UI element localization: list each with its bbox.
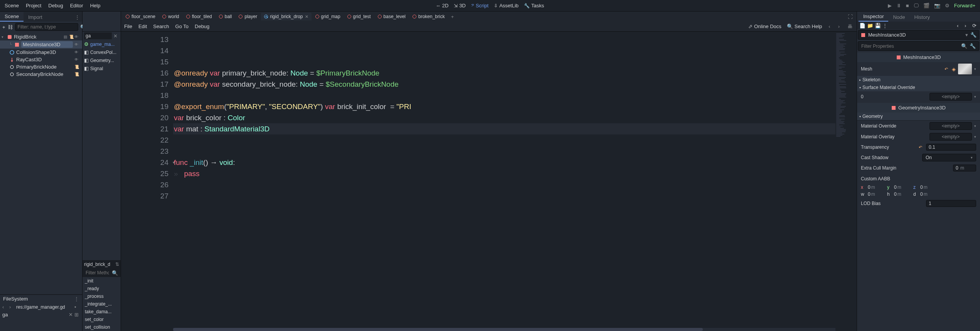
class-sort-icon[interactable]: ⇅ (115, 262, 119, 267)
code-line[interactable] (173, 146, 835, 157)
code-line[interactable]: func _init() → void: (173, 157, 835, 168)
transparency-input[interactable]: 0.1 (926, 144, 976, 151)
insp-fwd-icon[interactable]: › (965, 23, 970, 28)
editor-tab[interactable]: world (159, 13, 182, 20)
line-number[interactable]: 20 (121, 112, 168, 123)
line-number[interactable]: 23 (121, 146, 168, 157)
line-number[interactable]: 18 (121, 90, 168, 101)
script-badge-icon[interactable]: 📜 (74, 72, 79, 77)
empty-slot[interactable]: <empty> (929, 93, 972, 101)
dropdown-icon[interactable]: ▾ (974, 95, 976, 99)
stop-icon[interactable]: ■ (906, 3, 909, 8)
dropdown-icon[interactable]: ▾ (974, 135, 976, 139)
aabb-y-input[interactable]: 0m (894, 185, 912, 190)
script-menu-edit[interactable]: Edit (138, 24, 147, 29)
tab-add-icon[interactable]: + (449, 14, 456, 20)
tree-item-raycast[interactable]: RayCast3D 👁 (0, 56, 82, 63)
menu-debug[interactable]: Debug (48, 3, 63, 8)
fs-back-icon[interactable]: ‹ (2, 304, 8, 310)
view-assetlib-button[interactable]: ⇩AssetLib (494, 3, 519, 8)
renderer-label[interactable]: Forward+ (954, 3, 975, 8)
script-menu-search[interactable]: Search (153, 24, 169, 29)
fs-filter-input[interactable]: ga (2, 312, 67, 318)
camera-icon[interactable]: 📷 (934, 3, 940, 8)
script-item-geometry[interactable]: ◧ Geometry... (83, 56, 121, 64)
view-tasks-button[interactable]: 🔧Tasks (524, 3, 544, 8)
tab-history[interactable]: History (910, 13, 935, 22)
play-icon[interactable]: ▶ (888, 3, 892, 8)
remote-icon[interactable]: 🖵 (914, 3, 919, 8)
insp-save-icon[interactable]: 💾 (875, 23, 880, 28)
code-line[interactable]: var mat : StandardMaterial3D (173, 123, 835, 134)
code-line[interactable]: @onready var primary_brick_node: Node = … (173, 67, 835, 79)
line-number[interactable]: 14 (121, 45, 168, 56)
method-item[interactable]: set_color (83, 316, 121, 323)
group-skeleton[interactable]: ▸ Skeleton (857, 76, 980, 84)
online-docs-link[interactable]: ⬀Online Docs (748, 24, 781, 29)
view-script-button[interactable]: 𝄢Script (471, 3, 488, 8)
aabb-d-input[interactable]: 0m (920, 192, 938, 197)
script-badge-icon[interactable]: 📜 (69, 35, 74, 39)
visibility-badge-icon[interactable]: 👁 (74, 35, 79, 39)
tree-item-collision[interactable]: CollisionShape3D 👁 (0, 49, 82, 56)
line-number[interactable]: 25 (121, 168, 168, 179)
line-number[interactable]: 22 (121, 134, 168, 146)
pause-icon[interactable]: ⏸ (896, 3, 901, 8)
method-item[interactable]: _ready (83, 285, 121, 292)
script-badge-icon[interactable]: 📜 (74, 65, 79, 69)
tree-expand-icon[interactable]: ▾ (2, 35, 5, 39)
script-item-signal[interactable]: ◧ Signal (83, 64, 121, 72)
editor-tab[interactable]: player (236, 13, 260, 20)
menu-scene[interactable]: Scene (5, 3, 19, 8)
nav-print-icon[interactable]: 🖶 (846, 24, 854, 29)
editor-tab[interactable]: grid_map (312, 13, 344, 20)
fullscreen-icon[interactable]: ⛶ (845, 14, 855, 20)
code-line[interactable]: @export_enum("PRIMARY", "SECONDARY") var… (173, 101, 835, 112)
line-number[interactable]: 19 (121, 101, 168, 112)
insp-back-icon[interactable]: ‹ (957, 23, 962, 28)
line-number[interactable]: 15 (121, 56, 168, 67)
link-node-icon[interactable]: ⛓ (8, 24, 13, 30)
view-3d-button[interactable]: ⇲3D (454, 3, 466, 8)
fold-icon[interactable]: ▾ (173, 157, 175, 168)
empty-slot[interactable]: <empty> (929, 122, 972, 130)
code-line[interactable] (173, 56, 835, 67)
code-line[interactable] (173, 179, 835, 190)
script-menu-goto[interactable]: Go To (175, 24, 189, 29)
visibility-badge-icon[interactable]: 👁 (74, 57, 79, 62)
method-item[interactable]: _process (83, 292, 121, 300)
group-surface-override[interactable]: ▾ Surface Material Override (857, 84, 980, 91)
inspector-filter-input[interactable] (861, 44, 960, 49)
fs-menu-icon[interactable]: ⋮ (74, 296, 79, 302)
movie-icon[interactable]: 🎬 (923, 3, 929, 8)
code-line[interactable]: var brick_color : Color (173, 112, 835, 123)
fs-toggle-icon[interactable]: ▪ (74, 304, 80, 310)
fs-view-icon[interactable]: ⊞ (74, 312, 80, 318)
line-number[interactable]: 17 (121, 79, 168, 90)
method-filter-input[interactable] (84, 269, 111, 276)
line-number[interactable]: 21 (121, 123, 168, 134)
nav-back-icon[interactable]: ‹ (827, 24, 831, 29)
tree-root[interactable]: ▾ RigidBrick ▤ 📜 👁 (0, 33, 82, 40)
menu-help[interactable]: Help (90, 3, 101, 8)
tab-inspector[interactable]: Inspector (859, 12, 888, 22)
code-line[interactable] (173, 134, 835, 146)
method-search-icon[interactable]: 🔍 (111, 270, 119, 276)
instance-badge-icon[interactable]: ▤ (64, 35, 68, 39)
dropdown-icon[interactable]: ▾ (965, 32, 968, 38)
line-number[interactable]: 24▾⤴ (121, 157, 168, 168)
tool-icon[interactable]: 🔧 (970, 43, 976, 49)
editor-tab[interactable]: broken_brick (409, 13, 448, 20)
tab-scene[interactable]: Scene (0, 12, 24, 22)
scene-filter-input[interactable] (15, 23, 78, 31)
script-filter-input[interactable]: ga (84, 32, 112, 39)
view-2d-button[interactable]: ↔2D (436, 3, 449, 8)
revert-icon[interactable]: ↶ (945, 67, 948, 72)
line-number[interactable]: 27 (121, 190, 168, 202)
code-line[interactable]: @onready var secondary_brick_node: Node … (173, 79, 835, 90)
code-line[interactable] (173, 45, 835, 56)
inspector-node-selector[interactable]: MeshInstance3D ▾ 🔧 (858, 30, 979, 40)
code-line[interactable] (173, 34, 835, 45)
aabb-z-input[interactable]: 0m (920, 185, 938, 190)
code-line[interactable] (173, 90, 835, 101)
